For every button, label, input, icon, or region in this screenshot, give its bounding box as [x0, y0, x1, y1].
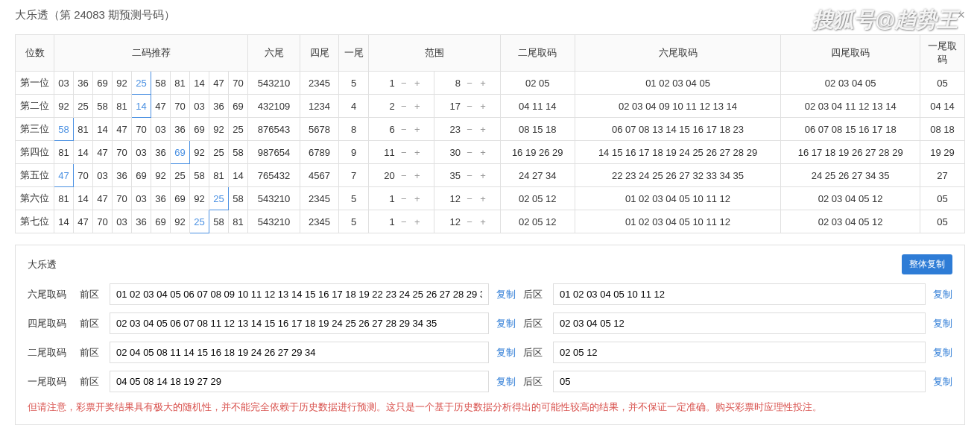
plus-icon[interactable]: + — [478, 170, 487, 181]
plus-icon[interactable]: + — [413, 147, 422, 158]
close-icon[interactable]: × — [957, 7, 965, 23]
code-cell[interactable]: 14 — [74, 141, 93, 164]
summary-front-input[interactable] — [110, 371, 489, 392]
code-cell[interactable]: 58 — [190, 164, 209, 187]
code-cell[interactable]: 47 — [93, 187, 113, 210]
code-cell[interactable]: 58 — [151, 72, 171, 95]
code-cell[interactable]: 14 — [93, 118, 113, 141]
code-cell[interactable]: 70 — [171, 95, 190, 118]
summary-back-input[interactable] — [553, 342, 926, 363]
summary-back-input[interactable] — [553, 283, 926, 305]
code-cell[interactable]: 03 — [93, 164, 113, 187]
summary-front-input[interactable] — [110, 342, 489, 363]
code-cell[interactable]: 36 — [151, 187, 171, 210]
plus-icon[interactable]: + — [478, 193, 487, 204]
plus-icon[interactable]: + — [478, 78, 487, 89]
code-cell[interactable]: 25 — [209, 187, 229, 210]
code-cell[interactable]: 92 — [190, 141, 209, 164]
code-cell[interactable]: 47 — [113, 118, 132, 141]
code-cell[interactable]: 25 — [209, 141, 229, 164]
copy-button[interactable]: 复制 — [933, 288, 952, 301]
code-cell[interactable]: 69 — [229, 95, 248, 118]
code-cell[interactable]: 36 — [171, 118, 190, 141]
plus-icon[interactable]: + — [478, 147, 487, 158]
copy-button[interactable]: 复制 — [496, 375, 516, 389]
code-cell[interactable]: 92 — [209, 118, 229, 141]
summary-back-input[interactable] — [553, 371, 926, 392]
code-cell[interactable]: 92 — [54, 95, 74, 118]
code-cell[interactable]: 92 — [171, 210, 190, 233]
minus-icon[interactable]: − — [399, 78, 408, 89]
code-cell[interactable]: 47 — [74, 210, 93, 233]
plus-icon[interactable]: + — [413, 216, 422, 227]
summary-front-input[interactable] — [110, 312, 489, 334]
code-cell[interactable]: 81 — [54, 141, 74, 164]
minus-icon[interactable]: − — [399, 101, 408, 112]
code-cell[interactable]: 36 — [151, 141, 171, 164]
code-cell[interactable]: 70 — [113, 141, 132, 164]
code-cell[interactable]: 58 — [93, 95, 113, 118]
code-cell[interactable]: 92 — [151, 164, 171, 187]
code-cell[interactable]: 70 — [93, 210, 113, 233]
plus-icon[interactable]: + — [413, 101, 422, 112]
minus-icon[interactable]: − — [465, 124, 474, 135]
copy-button[interactable]: 复制 — [933, 317, 952, 330]
copy-button[interactable]: 复制 — [496, 346, 516, 359]
copy-button[interactable]: 复制 — [933, 375, 952, 389]
code-cell[interactable]: 03 — [54, 72, 74, 95]
copy-button[interactable]: 复制 — [933, 346, 952, 359]
plus-icon[interactable]: + — [413, 124, 422, 135]
code-cell[interactable]: 36 — [209, 95, 229, 118]
code-cell[interactable]: 25 — [74, 95, 93, 118]
plus-icon[interactable]: + — [478, 124, 487, 135]
code-cell[interactable]: 58 — [229, 187, 248, 210]
code-cell[interactable]: 03 — [190, 95, 209, 118]
code-cell[interactable]: 25 — [171, 164, 190, 187]
minus-icon[interactable]: − — [399, 193, 408, 204]
code-cell[interactable]: 81 — [54, 187, 74, 210]
minus-icon[interactable]: − — [465, 78, 474, 89]
code-cell[interactable]: 25 — [190, 210, 209, 233]
code-cell[interactable]: 14 — [229, 164, 248, 187]
minus-icon[interactable]: − — [465, 193, 474, 204]
code-cell[interactable]: 69 — [93, 72, 113, 95]
code-cell[interactable]: 70 — [113, 187, 132, 210]
code-cell[interactable]: 81 — [229, 210, 248, 233]
copy-button[interactable]: 复制 — [496, 317, 516, 330]
code-cell[interactable]: 81 — [74, 118, 93, 141]
code-cell[interactable]: 81 — [171, 72, 190, 95]
code-cell[interactable]: 14 — [54, 210, 74, 233]
code-cell[interactable]: 47 — [93, 141, 113, 164]
code-cell[interactable]: 36 — [74, 72, 93, 95]
code-cell[interactable]: 03 — [113, 210, 132, 233]
code-cell[interactable]: 58 — [229, 141, 248, 164]
code-cell[interactable]: 14 — [74, 187, 93, 210]
code-cell[interactable]: 47 — [54, 164, 74, 187]
code-cell[interactable]: 69 — [171, 141, 190, 164]
code-cell[interactable]: 70 — [74, 164, 93, 187]
plus-icon[interactable]: + — [413, 170, 422, 181]
code-cell[interactable]: 36 — [132, 210, 151, 233]
code-cell[interactable]: 58 — [209, 210, 229, 233]
minus-icon[interactable]: − — [465, 216, 474, 227]
code-cell[interactable]: 03 — [132, 141, 151, 164]
code-cell[interactable]: 69 — [171, 187, 190, 210]
code-cell[interactable]: 47 — [209, 72, 229, 95]
plus-icon[interactable]: + — [478, 216, 487, 227]
code-cell[interactable]: 03 — [151, 118, 171, 141]
code-cell[interactable]: 92 — [190, 187, 209, 210]
code-cell[interactable]: 03 — [132, 187, 151, 210]
minus-icon[interactable]: − — [399, 147, 408, 158]
code-cell[interactable]: 25 — [132, 72, 151, 95]
code-cell[interactable]: 81 — [209, 164, 229, 187]
code-cell[interactable]: 70 — [229, 72, 248, 95]
code-cell[interactable]: 92 — [113, 72, 132, 95]
minus-icon[interactable]: − — [399, 216, 408, 227]
copy-all-button[interactable]: 整体复制 — [902, 254, 952, 274]
code-cell[interactable]: 58 — [54, 118, 74, 141]
code-cell[interactable]: 14 — [132, 95, 151, 118]
minus-icon[interactable]: − — [399, 124, 408, 135]
copy-button[interactable]: 复制 — [496, 288, 516, 301]
code-cell[interactable]: 70 — [132, 118, 151, 141]
code-cell[interactable]: 25 — [229, 118, 248, 141]
